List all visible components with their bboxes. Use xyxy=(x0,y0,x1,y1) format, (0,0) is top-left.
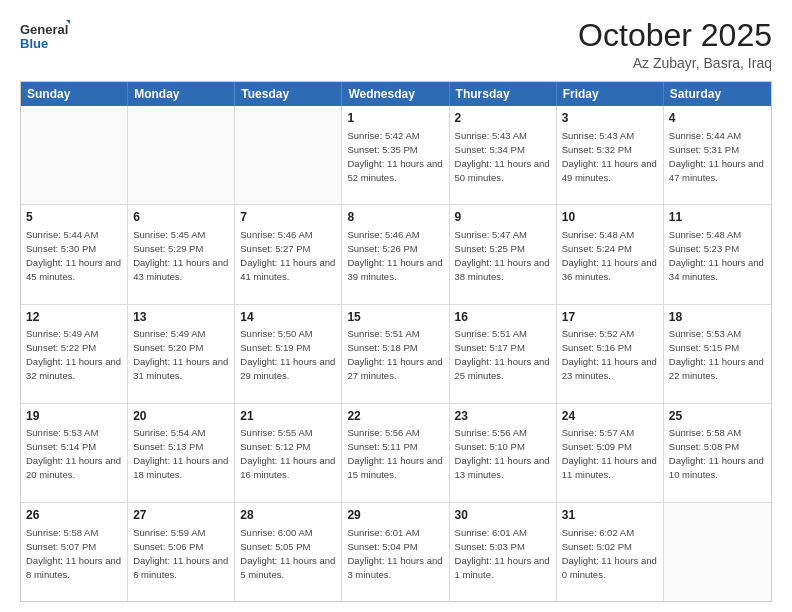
logo: General Blue xyxy=(20,18,70,54)
cell-day-number: 24 xyxy=(562,408,658,425)
cell-sunrise: Sunrise: 6:01 AMSunset: 5:04 PMDaylight:… xyxy=(347,527,442,580)
calendar-row: 1 Sunrise: 5:42 AMSunset: 5:35 PMDayligh… xyxy=(21,106,771,204)
cell-sunrise: Sunrise: 5:54 AMSunset: 5:13 PMDaylight:… xyxy=(133,427,228,480)
calendar-cell: 5 Sunrise: 5:44 AMSunset: 5:30 PMDayligh… xyxy=(21,205,128,303)
calendar-cell: 2 Sunrise: 5:43 AMSunset: 5:34 PMDayligh… xyxy=(450,106,557,204)
weekday-header: Saturday xyxy=(664,82,771,106)
calendar-cell xyxy=(128,106,235,204)
cell-day-number: 9 xyxy=(455,209,551,226)
cell-sunrise: Sunrise: 5:44 AMSunset: 5:30 PMDaylight:… xyxy=(26,229,121,282)
calendar-cell: 3 Sunrise: 5:43 AMSunset: 5:32 PMDayligh… xyxy=(557,106,664,204)
calendar-cell: 19 Sunrise: 5:53 AMSunset: 5:14 PMDaylig… xyxy=(21,404,128,502)
cell-day-number: 6 xyxy=(133,209,229,226)
cell-day-number: 15 xyxy=(347,309,443,326)
cell-day-number: 11 xyxy=(669,209,766,226)
calendar-cell: 6 Sunrise: 5:45 AMSunset: 5:29 PMDayligh… xyxy=(128,205,235,303)
cell-sunrise: Sunrise: 5:49 AMSunset: 5:22 PMDaylight:… xyxy=(26,328,121,381)
cell-sunrise: Sunrise: 5:55 AMSunset: 5:12 PMDaylight:… xyxy=(240,427,335,480)
cell-sunrise: Sunrise: 5:51 AMSunset: 5:18 PMDaylight:… xyxy=(347,328,442,381)
month-title: October 2025 xyxy=(578,18,772,53)
calendar-cell: 14 Sunrise: 5:50 AMSunset: 5:19 PMDaylig… xyxy=(235,305,342,403)
cell-day-number: 16 xyxy=(455,309,551,326)
cell-day-number: 7 xyxy=(240,209,336,226)
cell-day-number: 14 xyxy=(240,309,336,326)
calendar-cell: 23 Sunrise: 5:56 AMSunset: 5:10 PMDaylig… xyxy=(450,404,557,502)
cell-day-number: 29 xyxy=(347,507,443,524)
cell-day-number: 10 xyxy=(562,209,658,226)
weekday-header: Sunday xyxy=(21,82,128,106)
cell-day-number: 20 xyxy=(133,408,229,425)
cell-sunrise: Sunrise: 5:48 AMSunset: 5:23 PMDaylight:… xyxy=(669,229,764,282)
cell-day-number: 22 xyxy=(347,408,443,425)
cell-day-number: 26 xyxy=(26,507,122,524)
cell-sunrise: Sunrise: 6:01 AMSunset: 5:03 PMDaylight:… xyxy=(455,527,550,580)
cell-day-number: 19 xyxy=(26,408,122,425)
calendar-cell: 20 Sunrise: 5:54 AMSunset: 5:13 PMDaylig… xyxy=(128,404,235,502)
header: General Blue October 2025 Az Zubayr, Bas… xyxy=(20,18,772,71)
calendar-cell: 13 Sunrise: 5:49 AMSunset: 5:20 PMDaylig… xyxy=(128,305,235,403)
cell-day-number: 3 xyxy=(562,110,658,127)
svg-text:Blue: Blue xyxy=(20,36,48,51)
cell-day-number: 4 xyxy=(669,110,766,127)
cell-day-number: 8 xyxy=(347,209,443,226)
calendar-cell xyxy=(664,503,771,601)
cell-day-number: 28 xyxy=(240,507,336,524)
calendar-cell: 17 Sunrise: 5:52 AMSunset: 5:16 PMDaylig… xyxy=(557,305,664,403)
title-block: October 2025 Az Zubayr, Basra, Iraq xyxy=(578,18,772,71)
calendar-cell: 7 Sunrise: 5:46 AMSunset: 5:27 PMDayligh… xyxy=(235,205,342,303)
calendar-row: 26 Sunrise: 5:58 AMSunset: 5:07 PMDaylig… xyxy=(21,502,771,601)
calendar-cell: 26 Sunrise: 5:58 AMSunset: 5:07 PMDaylig… xyxy=(21,503,128,601)
cell-day-number: 17 xyxy=(562,309,658,326)
calendar-cell: 28 Sunrise: 6:00 AMSunset: 5:05 PMDaylig… xyxy=(235,503,342,601)
cell-sunrise: Sunrise: 5:43 AMSunset: 5:32 PMDaylight:… xyxy=(562,130,657,183)
cell-day-number: 13 xyxy=(133,309,229,326)
calendar-cell: 31 Sunrise: 6:02 AMSunset: 5:02 PMDaylig… xyxy=(557,503,664,601)
cell-day-number: 23 xyxy=(455,408,551,425)
weekday-header: Thursday xyxy=(450,82,557,106)
calendar-cell: 4 Sunrise: 5:44 AMSunset: 5:31 PMDayligh… xyxy=(664,106,771,204)
calendar-row: 5 Sunrise: 5:44 AMSunset: 5:30 PMDayligh… xyxy=(21,204,771,303)
cell-sunrise: Sunrise: 5:46 AMSunset: 5:26 PMDaylight:… xyxy=(347,229,442,282)
cell-sunrise: Sunrise: 5:56 AMSunset: 5:10 PMDaylight:… xyxy=(455,427,550,480)
location: Az Zubayr, Basra, Iraq xyxy=(578,55,772,71)
cell-sunrise: Sunrise: 5:53 AMSunset: 5:14 PMDaylight:… xyxy=(26,427,121,480)
cell-sunrise: Sunrise: 5:58 AMSunset: 5:07 PMDaylight:… xyxy=(26,527,121,580)
cell-day-number: 12 xyxy=(26,309,122,326)
calendar-row: 19 Sunrise: 5:53 AMSunset: 5:14 PMDaylig… xyxy=(21,403,771,502)
cell-sunrise: Sunrise: 5:49 AMSunset: 5:20 PMDaylight:… xyxy=(133,328,228,381)
cell-sunrise: Sunrise: 5:45 AMSunset: 5:29 PMDaylight:… xyxy=(133,229,228,282)
svg-text:General: General xyxy=(20,22,68,37)
calendar-cell: 25 Sunrise: 5:58 AMSunset: 5:08 PMDaylig… xyxy=(664,404,771,502)
cell-sunrise: Sunrise: 5:46 AMSunset: 5:27 PMDaylight:… xyxy=(240,229,335,282)
calendar-cell: 27 Sunrise: 5:59 AMSunset: 5:06 PMDaylig… xyxy=(128,503,235,601)
weekday-header: Friday xyxy=(557,82,664,106)
cell-day-number: 1 xyxy=(347,110,443,127)
cell-sunrise: Sunrise: 6:02 AMSunset: 5:02 PMDaylight:… xyxy=(562,527,657,580)
calendar-cell: 21 Sunrise: 5:55 AMSunset: 5:12 PMDaylig… xyxy=(235,404,342,502)
calendar-header: SundayMondayTuesdayWednesdayThursdayFrid… xyxy=(21,82,771,106)
cell-day-number: 5 xyxy=(26,209,122,226)
cell-sunrise: Sunrise: 5:48 AMSunset: 5:24 PMDaylight:… xyxy=(562,229,657,282)
calendar: SundayMondayTuesdayWednesdayThursdayFrid… xyxy=(20,81,772,602)
cell-day-number: 31 xyxy=(562,507,658,524)
page: General Blue October 2025 Az Zubayr, Bas… xyxy=(0,0,792,612)
cell-sunrise: Sunrise: 5:44 AMSunset: 5:31 PMDaylight:… xyxy=(669,130,764,183)
cell-sunrise: Sunrise: 5:58 AMSunset: 5:08 PMDaylight:… xyxy=(669,427,764,480)
calendar-cell: 24 Sunrise: 5:57 AMSunset: 5:09 PMDaylig… xyxy=(557,404,664,502)
calendar-cell: 1 Sunrise: 5:42 AMSunset: 5:35 PMDayligh… xyxy=(342,106,449,204)
cell-day-number: 2 xyxy=(455,110,551,127)
calendar-cell: 22 Sunrise: 5:56 AMSunset: 5:11 PMDaylig… xyxy=(342,404,449,502)
cell-day-number: 18 xyxy=(669,309,766,326)
cell-sunrise: Sunrise: 5:51 AMSunset: 5:17 PMDaylight:… xyxy=(455,328,550,381)
calendar-cell: 8 Sunrise: 5:46 AMSunset: 5:26 PMDayligh… xyxy=(342,205,449,303)
cell-day-number: 27 xyxy=(133,507,229,524)
cell-sunrise: Sunrise: 5:56 AMSunset: 5:11 PMDaylight:… xyxy=(347,427,442,480)
logo-svg: General Blue xyxy=(20,18,70,54)
cell-sunrise: Sunrise: 5:43 AMSunset: 5:34 PMDaylight:… xyxy=(455,130,550,183)
cell-sunrise: Sunrise: 5:57 AMSunset: 5:09 PMDaylight:… xyxy=(562,427,657,480)
calendar-cell: 29 Sunrise: 6:01 AMSunset: 5:04 PMDaylig… xyxy=(342,503,449,601)
cell-sunrise: Sunrise: 5:52 AMSunset: 5:16 PMDaylight:… xyxy=(562,328,657,381)
cell-day-number: 25 xyxy=(669,408,766,425)
calendar-cell: 10 Sunrise: 5:48 AMSunset: 5:24 PMDaylig… xyxy=(557,205,664,303)
weekday-header: Monday xyxy=(128,82,235,106)
